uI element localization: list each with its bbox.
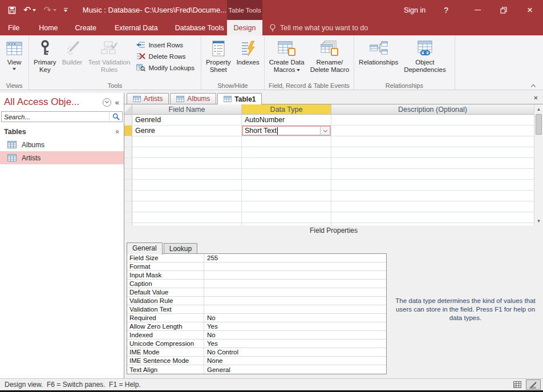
tab-general[interactable]: General [127, 243, 163, 254]
indexes-label: Indexes [236, 59, 259, 66]
tab-lookup[interactable]: Lookup [164, 243, 197, 254]
description-cell[interactable] [331, 126, 534, 136]
shutter-bar-close-button[interactable]: « [115, 98, 119, 107]
combo-dropdown-button[interactable] [320, 127, 330, 135]
nav-pane-menu-button[interactable] [103, 98, 111, 107]
insert-rows-button[interactable]: Insert Rows [136, 41, 194, 49]
ribbon-tab-bar: File Home Create External Data Database … [0, 20, 543, 35]
search-input[interactable] [2, 114, 109, 120]
primary-key-button[interactable]: Primary Key [31, 37, 59, 75]
property-sheet-button[interactable]: Property Sheet [203, 37, 233, 75]
data-type-combo[interactable]: Short Text [242, 126, 331, 136]
doc-tab-artists[interactable]: Artists [127, 93, 169, 104]
nav-item-albums[interactable]: Albums [0, 138, 124, 151]
test-validation-icon [100, 41, 118, 56]
view-button[interactable]: View [3, 37, 25, 71]
datasheet-view-icon [513, 381, 521, 388]
field-name-cell[interactable]: GenreId [132, 115, 242, 126]
description-cell[interactable] [331, 115, 534, 126]
field-name-cell[interactable]: Genre [132, 126, 242, 136]
collapse-ribbon-button[interactable] [532, 80, 536, 85]
create-data-macros-button[interactable]: Create Data Macros [266, 37, 307, 75]
search-icon [112, 113, 120, 120]
design-grid: Field Name Data Type Description (Option… [124, 104, 543, 225]
save-button[interactable] [8, 6, 16, 14]
undo-button[interactable]: ↶ [23, 6, 36, 15]
search-button[interactable] [110, 113, 122, 120]
design-view-button[interactable] [526, 379, 541, 390]
save-icon [8, 6, 16, 14]
tab-home[interactable]: Home [39, 24, 58, 32]
close-document-button[interactable]: × [533, 94, 538, 102]
view-shortcuts [509, 379, 541, 390]
row-selector[interactable] [124, 115, 132, 126]
vertical-scrollbar[interactable]: ▲ ▼ [534, 104, 543, 225]
primary-key-label: Primary [34, 59, 56, 66]
nav-item-label: Artists [22, 154, 40, 162]
ribbon-group-field-events: Create Data Macros Rename/ Delete Macro … [265, 35, 354, 90]
primary-key-label2: Key [39, 66, 51, 74]
datasheet-view-button[interactable] [510, 379, 525, 390]
close-button[interactable]: × [517, 0, 543, 20]
data-type-cell[interactable]: AutoNumber [242, 115, 331, 126]
scroll-up-icon[interactable]: ▲ [534, 104, 543, 114]
property-row: Default Value [127, 288, 386, 297]
scrollbar-thumb[interactable] [536, 114, 542, 135]
property-row: Text AlignGeneral [127, 365, 386, 374]
doc-tab-albums[interactable]: Albums [170, 93, 216, 104]
tab-design[interactable]: Design [227, 20, 262, 35]
doc-tab-table1[interactable]: Table1 [217, 93, 262, 104]
help-button[interactable]: ? [444, 6, 448, 15]
row-selector-current[interactable] [124, 126, 132, 136]
tab-external-data[interactable]: External Data [115, 24, 158, 32]
ribbon-group-views: View Views [0, 35, 29, 90]
rename-delete-macro-label2: Delete Macro [310, 66, 349, 74]
relationships-label: Relationships [359, 59, 398, 66]
relationships-button[interactable]: Relationships [356, 37, 401, 67]
tab-database-tools[interactable]: Database Tools [175, 24, 224, 32]
table-row [124, 158, 534, 169]
tell-me-box[interactable]: Tell me what you want to do [269, 24, 368, 32]
minimize-icon [475, 10, 481, 11]
nav-item-label: Albums [22, 141, 44, 149]
rename-delete-macro-button[interactable]: Rename/ Delete Macro [307, 37, 352, 75]
indexes-button[interactable]: Indexes [233, 37, 262, 67]
property-row: Unicode CompressionYes [127, 340, 386, 348]
indexes-icon [240, 41, 256, 56]
ribbon: View Views Primary Key Builder Test Vali… [0, 35, 543, 90]
column-header-description[interactable]: Description (Optional) [331, 104, 534, 115]
column-header-data-type[interactable]: Data Type [242, 104, 331, 115]
collapse-group-icon[interactable]: « [114, 130, 122, 134]
scroll-down-icon[interactable]: ▼ [534, 216, 543, 225]
tab-file[interactable]: File [8, 24, 19, 32]
nav-item-artists[interactable]: Artists [0, 151, 124, 164]
object-dependencies-button[interactable]: Object Dependencies [401, 37, 449, 75]
doc-tab-label: Table1 [234, 95, 256, 103]
nav-group-tables[interactable]: Tables « [0, 125, 124, 138]
column-header-field-name[interactable]: Field Name [132, 104, 242, 115]
table-icon [133, 96, 141, 102]
table-row [124, 212, 534, 223]
tab-create[interactable]: Create [75, 24, 97, 32]
property-row: Allow Zero LengthYes [127, 322, 386, 331]
tell-me-label: Tell me what you want to do [280, 24, 368, 32]
customize-qat-button[interactable] [64, 8, 68, 13]
modify-lookups-button[interactable]: Modify Lookups [136, 64, 194, 71]
property-sheet-label2: Sheet [210, 66, 227, 74]
chevron-down-icon [323, 128, 327, 132]
table-row [124, 136, 534, 147]
table-row [124, 147, 534, 158]
restore-icon [500, 7, 507, 14]
delete-rows-button[interactable]: Delete Rows [136, 52, 194, 60]
test-validation-rules-button: Test Validation Rules [85, 37, 133, 75]
sign-in-button[interactable]: Sign in [404, 6, 426, 14]
table-row [124, 201, 534, 212]
table-row [124, 169, 534, 180]
redo-icon: ↷ [43, 6, 51, 15]
chevron-up-icon [531, 84, 536, 89]
group-label-views: Views [0, 82, 29, 89]
restore-button[interactable] [491, 0, 517, 20]
insert-rows-label: Insert Rows [148, 42, 183, 49]
minimize-button[interactable] [464, 0, 491, 20]
table-icon [7, 141, 17, 148]
